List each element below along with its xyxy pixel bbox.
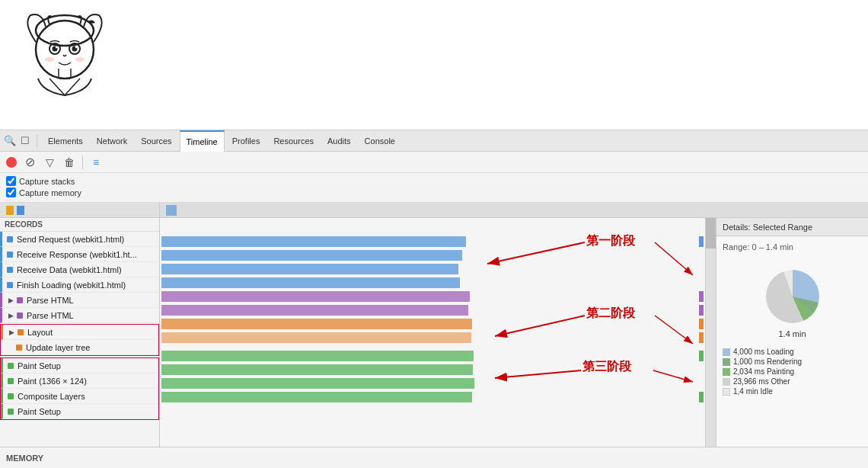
tab-separator — [37, 134, 37, 148]
checkbox-area: Capture stacks Capture memory — [0, 173, 868, 203]
pie-label: 1.4 min — [778, 329, 806, 338]
devtools-container: 🔍 ☐ Elements Network Sources Timeline Pr… — [0, 130, 868, 468]
record-row-receive-response[interactable]: Receive Response (webkit1.ht... — [0, 247, 159, 262]
record-dot-green2 — [8, 378, 14, 384]
anime-character — [8, 8, 122, 122]
left-panel: RECORDS Send Request (webkit1.html) Rece… — [0, 203, 160, 447]
capture-stacks-checkbox[interactable] — [6, 176, 16, 186]
filter-button[interactable]: ▽ — [43, 155, 56, 169]
record-row-layout[interactable]: ▶ Layout — [1, 325, 158, 340]
capture-memory-row: Capture memory — [6, 188, 862, 197]
legend-dot-idle — [723, 388, 730, 396]
details-header-label: Details: Selected Range — [723, 223, 812, 232]
details-chart-area: 1.4 min — [723, 264, 862, 338]
record-dot-blue4 — [7, 282, 13, 288]
record-dot-blue3 — [7, 267, 13, 273]
tab-console[interactable]: Console — [359, 130, 401, 152]
record-label: Receive Response (webkit1.ht... — [17, 250, 137, 259]
details-range: Range: 0 – 1.4 min — [723, 242, 862, 252]
records-header: RECORDS — [0, 218, 159, 232]
record-dot-blue2 — [7, 252, 13, 258]
record-row-update-layer[interactable]: Update layer tree — [1, 340, 158, 355]
details-header: Details: Selected Range — [716, 218, 868, 236]
right-panel: Details: Selected Range Range: 0 – 1.4 m… — [160, 203, 868, 447]
tab-resources[interactable]: Resources — [267, 130, 320, 152]
record-row-paint[interactable]: Paint (1366 × 124) — [1, 373, 158, 389]
record-label: Layout — [27, 328, 53, 337]
legend-label-rendering: 1,000 ms Rendering — [733, 357, 802, 366]
legend-idle: 1,4 min Idle — [723, 387, 862, 396]
capture-stacks-label: Capture stacks — [19, 177, 75, 186]
tab-network[interactable]: Network — [91, 130, 133, 152]
svg-point-6 — [56, 46, 57, 48]
record-row-paint-setup-1[interactable]: Paint Setup — [1, 358, 158, 373]
trash-button[interactable]: 🗑 — [62, 155, 76, 169]
timeline-chart-area[interactable]: Details: Selected Range Range: 0 – 1.4 m… — [160, 218, 868, 447]
record-label: Paint Setup — [18, 361, 61, 370]
legend-dot-other — [723, 378, 730, 386]
record-label: Send Request (webkit1.html) — [17, 235, 124, 244]
toolbar-separator — [82, 155, 83, 169]
details-panel: Details: Selected Range Range: 0 – 1.4 m… — [716, 218, 868, 447]
timeline-ruler-left — [0, 203, 159, 218]
record-dot-green — [8, 363, 14, 369]
capture-memory-label: Capture memory — [19, 188, 81, 197]
legend-label-loading: 4,000 ms Loading — [733, 348, 794, 356]
legend-area: 4,000 ms Loading 1,000 ms Rendering 2,03… — [723, 348, 862, 396]
tab-timeline[interactable]: Timeline — [180, 130, 225, 152]
record-row-parse-html-1[interactable]: ▶ Parse HTML — [0, 293, 159, 308]
expand-icon-1[interactable]: ▶ — [7, 297, 14, 304]
legend-dot-loading — [723, 348, 730, 356]
top-area — [0, 0, 868, 130]
toolbar: ⊘ ▽ 🗑 ≡ — [0, 152, 868, 173]
tab-sources[interactable]: Sources — [135, 130, 177, 152]
svg-point-0 — [36, 21, 94, 79]
memory-header: MEMORY — [6, 454, 43, 463]
inspect-icon[interactable]: ☐ — [18, 134, 32, 148]
record-dot-green4 — [8, 409, 14, 415]
record-label: Paint (1366 × 124) — [18, 377, 87, 386]
tab-bar: 🔍 ☐ Elements Network Sources Timeline Pr… — [0, 130, 868, 152]
record-dot-purple2 — [17, 313, 23, 319]
record-row-receive-data[interactable]: Receive Data (webkit1.html) — [0, 262, 159, 277]
record-button[interactable] — [6, 157, 17, 168]
paint-group: Paint Setup Paint (1366 × 124) Composite… — [0, 357, 159, 420]
record-row-send-request[interactable]: Send Request (webkit1.html) — [0, 232, 159, 247]
record-dot-green3 — [8, 393, 14, 399]
main-content: RECORDS Send Request (webkit1.html) Rece… — [0, 203, 868, 447]
expand-icon-2[interactable]: ▶ — [7, 312, 14, 319]
record-dot-orange2 — [16, 345, 22, 351]
record-dot-orange — [18, 329, 24, 335]
layout-group: ▶ Layout Update layer tree — [0, 324, 159, 356]
timeline-ruler-right — [160, 203, 868, 218]
svg-point-7 — [75, 46, 77, 48]
record-row-composite[interactable]: Composite Layers — [1, 389, 158, 404]
svg-point-8 — [45, 57, 54, 62]
legend-dot-painting — [723, 368, 730, 376]
legend-painting: 2,034 ms Painting — [723, 367, 862, 376]
legend-label-painting: 2,034 ms Painting — [733, 367, 794, 376]
capture-memory-checkbox[interactable] — [6, 188, 16, 197]
record-label: Parse HTML — [27, 311, 74, 320]
tab-audits[interactable]: Audits — [321, 130, 357, 152]
tab-elements[interactable]: Elements — [42, 130, 89, 152]
record-label: Finish Loading (webkit1.html) — [17, 280, 126, 290]
capture-stacks-row: Capture stacks — [6, 176, 862, 186]
pie-chart — [766, 270, 819, 323]
svg-point-9 — [75, 57, 85, 62]
record-label: Composite Layers — [18, 392, 85, 401]
record-row-paint-setup-2[interactable]: Paint Setup — [1, 404, 158, 419]
expand-icon-3[interactable]: ▶ — [8, 329, 15, 336]
legend-label-other: 23,966 ms Other — [733, 377, 790, 386]
tab-profiles[interactable]: Profiles — [226, 130, 266, 152]
legend-loading: 4,000 ms Loading — [723, 348, 862, 356]
record-row-parse-html-2[interactable]: ▶ Parse HTML — [0, 308, 159, 323]
record-dot-purple — [17, 297, 23, 303]
range-label: Range: 0 – 1.4 min — [723, 242, 793, 252]
clear-button[interactable]: ⊘ — [23, 155, 37, 169]
memory-section: MEMORY — [0, 447, 868, 468]
record-row-finish-loading[interactable]: Finish Loading (webkit1.html) — [0, 277, 159, 293]
bars-button[interactable]: ≡ — [89, 155, 103, 169]
search-icon[interactable]: 🔍 — [3, 134, 17, 148]
legend-dot-rendering — [723, 358, 730, 366]
